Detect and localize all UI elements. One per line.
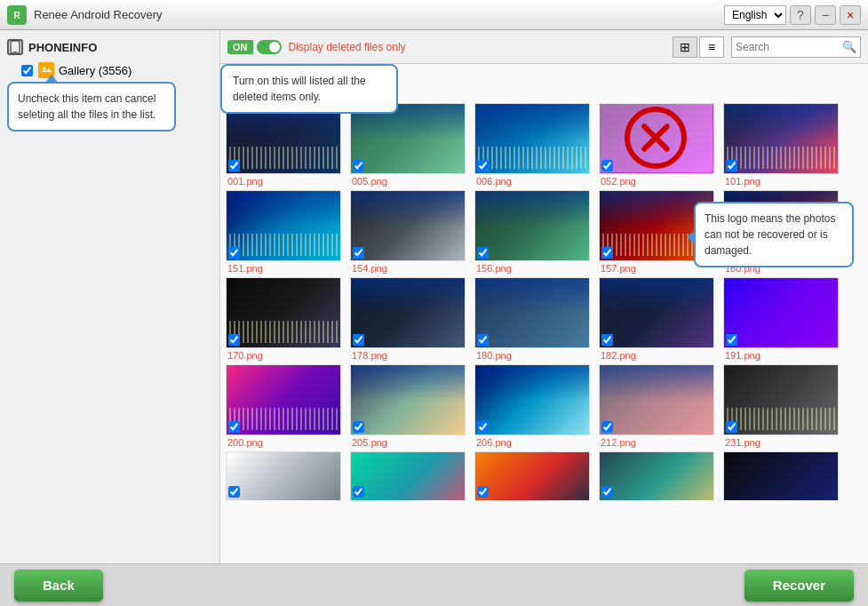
photo-thumb [599, 364, 714, 435]
close-button[interactable]: × [840, 5, 861, 25]
photo-wrapper [226, 190, 341, 261]
photo-name: 191.png [723, 350, 760, 361]
photo-checkbox[interactable] [601, 486, 613, 498]
photo-checkbox[interactable] [726, 334, 737, 346]
search-input[interactable] [736, 41, 842, 53]
damaged-icon [625, 107, 687, 169]
photo-wrapper [474, 190, 590, 261]
photo-cell: 005.png [350, 103, 471, 187]
photo-wrapper [350, 451, 466, 500]
photo-checkbox[interactable] [726, 160, 737, 171]
toggle-switch[interactable]: ON [227, 40, 282, 54]
photo-name: 205.png [350, 437, 387, 448]
gallery-label: Gallery (3556) [59, 64, 131, 77]
photo-name: 005.png [350, 176, 387, 187]
photo-thumb [226, 103, 341, 174]
photo-wrapper [474, 103, 590, 174]
help-button[interactable]: ? [790, 5, 811, 25]
photo-thumb [474, 364, 590, 435]
photo-grid[interactable]: Turn on this will listed all the deleted… [220, 64, 868, 563]
photo-checkbox[interactable] [228, 160, 240, 171]
photo-cell [599, 451, 720, 500]
photo-cell: 205.png [350, 364, 471, 448]
photo-checkbox[interactable] [228, 421, 240, 433]
photo-thumb [226, 364, 341, 435]
photo-row: 001.png 005.png [226, 103, 863, 187]
photo-cell [226, 451, 346, 500]
photo-checkbox[interactable] [477, 247, 489, 259]
grid-view-button[interactable]: ⊞ [673, 36, 697, 58]
photo-cell: 178.png [350, 277, 471, 361]
window-controls: English ? − × [724, 5, 861, 25]
toggle-circle[interactable] [257, 40, 282, 54]
photo-wrapper [350, 277, 466, 348]
svg-rect-3 [13, 52, 17, 52]
photo-name: 101.png [723, 176, 760, 187]
back-button[interactable]: Back [14, 570, 103, 602]
photo-name: 151.png [226, 263, 263, 274]
photo-checkbox[interactable] [601, 247, 613, 259]
photo-cell [350, 451, 471, 500]
recover-button[interactable]: Recover [745, 570, 854, 602]
photo-name: 206.png [474, 437, 512, 448]
search-bar: 🔍 [731, 36, 861, 58]
photo-thumb [723, 451, 839, 500]
photo-thumb [474, 190, 590, 261]
photo-checkbox[interactable] [353, 486, 364, 498]
photo-checkbox[interactable] [353, 247, 364, 259]
photo-cell: 170.png [226, 277, 346, 361]
photo-cell: 154.png [350, 190, 471, 274]
photo-wrapper [723, 103, 839, 174]
photo-wrapper [599, 103, 714, 174]
minimize-button[interactable]: − [815, 5, 836, 25]
photo-checkbox[interactable] [601, 421, 613, 433]
deleted-files-label: Display deleted files only [289, 41, 666, 53]
search-icon[interactable]: 🔍 [842, 40, 856, 53]
photo-checkbox[interactable] [477, 334, 489, 346]
photo-thumb [350, 364, 466, 435]
photo-wrapper [350, 103, 466, 174]
photo-cell [723, 451, 844, 500]
photo-thumb [226, 451, 341, 500]
photo-cell: 001.png [226, 103, 346, 187]
toolbar: ON Display deleted files only ⊞ ≡ 🔍 [220, 30, 868, 64]
photo-checkbox[interactable] [353, 421, 364, 433]
photo-thumb [474, 103, 590, 174]
main-area: PHONEINFO Gallery (3556) Uncheck this it… [0, 30, 868, 563]
photo-checkbox[interactable] [228, 334, 240, 346]
photo-cell: 052.png [599, 103, 720, 187]
toggle-on-label: ON [227, 40, 253, 54]
photo-checkbox[interactable] [601, 160, 613, 171]
photo-checkbox[interactable] [477, 421, 489, 433]
photo-checkbox[interactable] [477, 160, 489, 171]
photo-checkbox[interactable] [353, 334, 364, 346]
photo-checkbox[interactable] [353, 160, 364, 171]
view-icons: ⊞ ≡ [673, 36, 724, 58]
phone-label: PHONEINFO [28, 41, 97, 54]
photo-name: 156.png [474, 263, 512, 274]
photo-cell: 180.png [474, 277, 595, 361]
photo-checkbox[interactable] [477, 486, 489, 498]
tooltip-uncheck: Uncheck this item can cancel seleting al… [7, 82, 176, 132]
damaged-overlay [599, 103, 713, 172]
sidebar-item-gallery[interactable]: Gallery (3556) [0, 59, 219, 82]
photo-checkbox[interactable] [228, 486, 240, 498]
photo-name: 157.png [599, 263, 636, 274]
photo-name: 231.png [723, 437, 760, 448]
photo-wrapper [474, 277, 590, 348]
photo-cell: 212.png [599, 364, 720, 448]
photo-name: 200.png [226, 437, 263, 448]
photo-thumb [350, 451, 466, 500]
photo-checkbox[interactable] [228, 247, 240, 259]
language-select[interactable]: English [724, 5, 786, 25]
photo-cell: 101.png [723, 103, 844, 187]
photo-name: 178.png [350, 350, 387, 361]
gallery-checkbox[interactable] [21, 65, 33, 76]
photo-name: 154.png [350, 263, 387, 274]
photo-checkbox[interactable] [601, 334, 613, 346]
photo-checkbox[interactable] [726, 421, 737, 433]
photo-thumb [226, 277, 341, 348]
photo-name: 182.png [599, 350, 636, 361]
photo-row [226, 451, 863, 500]
list-view-button[interactable]: ≡ [699, 36, 724, 58]
